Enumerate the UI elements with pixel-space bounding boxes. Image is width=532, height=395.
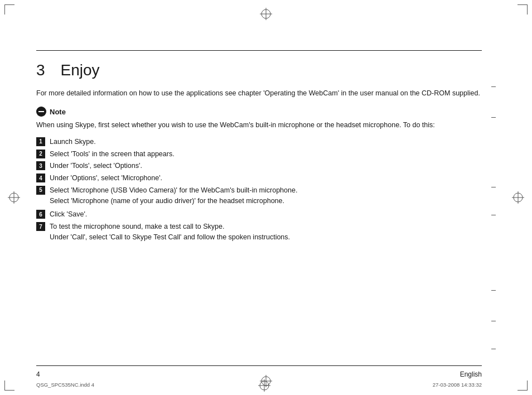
- chapter-heading: 3 Enjoy: [36, 61, 482, 79]
- crosshair-printer: [258, 379, 268, 389]
- step-continuation-7: Under 'Call', select 'Call to Skype Test…: [36, 232, 290, 243]
- right-tick-3: [491, 187, 496, 187]
- list-item: 2 Select 'Tools' in the screen that appe…: [36, 149, 482, 160]
- crop-mark-tl: [4, 4, 14, 15]
- language-label: English: [460, 370, 482, 378]
- step-text-5: Select 'Microphone (USB Video Camera)' f…: [50, 185, 297, 196]
- body-text: For more detailed information on how to …: [36, 88, 482, 99]
- list-item: 6 Click 'Save'.: [36, 209, 482, 220]
- step-text-1: Launch Skype.: [50, 137, 482, 147]
- right-tick-7: [491, 349, 496, 349]
- step-number-3: 3: [36, 161, 45, 170]
- chapter-number: 3: [36, 61, 45, 79]
- step-number-5: 5: [36, 186, 45, 195]
- step-number-7: 7: [36, 222, 45, 231]
- right-tick-4: [491, 215, 496, 215]
- list-item: 5 Select 'Microphone (USB Video Camera)'…: [36, 185, 482, 208]
- step-text-2: Select 'Tools' in the screen that appear…: [50, 149, 482, 160]
- crop-mark-tr: [518, 4, 528, 15]
- list-item: 7 To test the microphone sound, make a t…: [36, 221, 482, 244]
- right-tick-5: [491, 290, 496, 291]
- crosshair-left: [8, 191, 20, 204]
- note-icon: [36, 107, 46, 117]
- crosshair-right: [512, 191, 524, 204]
- note-section: Note When using Skype, first select whet…: [36, 107, 482, 131]
- right-tick-6: [491, 321, 496, 321]
- printer-info: QSG_SPC535NC.indd 4 27-03-2008 14:33:32: [36, 379, 482, 389]
- footer: 4 English: [36, 370, 482, 378]
- step-text-3: Under 'Tools', select 'Options'.: [50, 161, 482, 171]
- step-text-7: To test the microphone sound, make a tes…: [50, 221, 224, 232]
- list-item: 3 Under 'Tools', select 'Options'.: [36, 161, 482, 171]
- page-container: 3 Enjoy For more detailed information on…: [0, 0, 532, 395]
- page-number: 4: [36, 370, 40, 378]
- step-text-6: Click 'Save'.: [50, 209, 482, 220]
- right-tick-2: [491, 117, 496, 118]
- right-tick-1: [491, 86, 496, 87]
- note-header: Note: [36, 107, 482, 117]
- step-number-6: 6: [36, 210, 45, 219]
- printer-info-right: 27-03-2008 14:33:32: [433, 382, 482, 388]
- note-label: Note: [50, 108, 66, 116]
- list-item: 4 Under 'Options', select 'Microphone'.: [36, 173, 482, 184]
- chapter-title: Enjoy: [61, 61, 100, 79]
- step-continuation-5: Select 'Microphone (name of your audio d…: [36, 196, 284, 206]
- note-text: When using Skype, first select whether y…: [36, 120, 482, 131]
- list-item: 1 Launch Skype.: [36, 137, 482, 147]
- step-text-4: Under 'Options', select 'Microphone'.: [50, 173, 482, 184]
- steps-list: 1 Launch Skype. 2 Select 'Tools' in the …: [36, 137, 482, 244]
- main-content: 3 Enjoy For more detailed information on…: [36, 50, 482, 356]
- crosshair-top: [260, 8, 272, 20]
- crop-mark-br: [518, 380, 528, 391]
- step-number-1: 1: [36, 137, 45, 146]
- printer-info-left: QSG_SPC535NC.indd 4: [36, 382, 94, 388]
- footer-rule: [36, 365, 482, 366]
- crop-mark-bl: [4, 380, 14, 391]
- step-number-2: 2: [36, 150, 45, 158]
- step-number-4: 4: [36, 174, 45, 182]
